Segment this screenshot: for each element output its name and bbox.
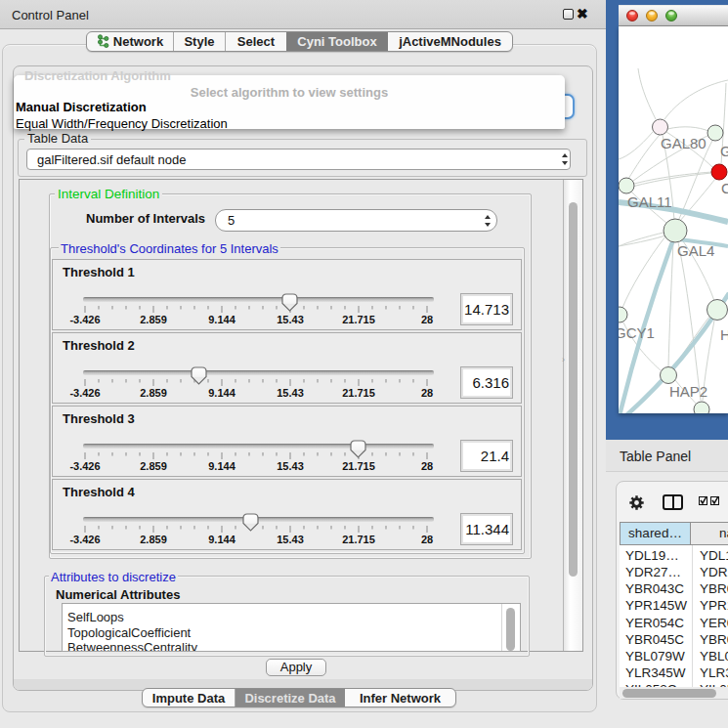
svg-text:GAL4: GAL4 <box>677 242 714 259</box>
svg-text:GCY1: GCY1 <box>619 324 655 341</box>
svg-text:HAP2: HAP2 <box>669 383 707 400</box>
svg-text:GAL11: GAL11 <box>627 193 672 210</box>
svg-text:H: H <box>720 326 728 343</box>
svg-text:C: C <box>721 180 728 196</box>
svg-text:GAL80: GAL80 <box>661 135 707 151</box>
svg-text:GA: GA <box>720 143 728 159</box>
